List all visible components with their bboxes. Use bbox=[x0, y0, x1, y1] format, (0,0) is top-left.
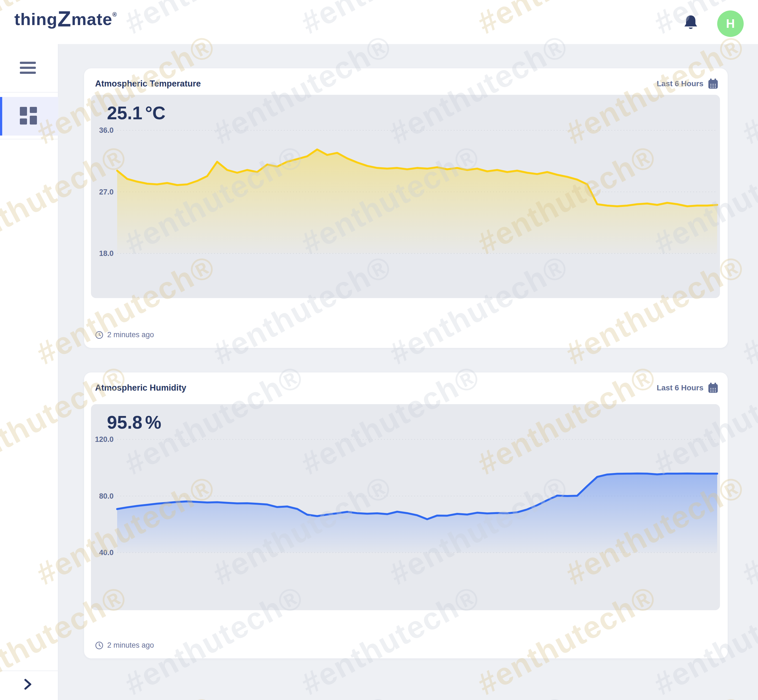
time-range-picker[interactable]: Last 6 Hours bbox=[656, 382, 718, 394]
temperature-card: Atmospheric Temperature Last 6 Hours 25.… bbox=[84, 68, 728, 348]
chart-panel: 95.8% 120.080.040.0 bbox=[91, 404, 720, 610]
humidity-line-chart[interactable]: 120.080.040.0 bbox=[91, 404, 720, 610]
watermark-text: #enthutech® bbox=[560, 689, 750, 700]
time-range-label: Last 6 Hours bbox=[656, 79, 703, 88]
app-header: thingZmate® H bbox=[0, 0, 758, 44]
card-title: Atmospheric Humidity bbox=[95, 383, 186, 393]
watermark-text: #enthutech® bbox=[207, 689, 397, 700]
notifications-button[interactable] bbox=[683, 14, 698, 31]
calendar-icon[interactable] bbox=[708, 78, 718, 89]
last-updated: 2 minutes ago bbox=[95, 641, 154, 650]
logo-text-left: thing bbox=[14, 9, 58, 29]
clock-icon bbox=[95, 331, 103, 339]
sidebar-divider bbox=[0, 670, 58, 671]
sidebar bbox=[0, 44, 58, 700]
chart-panel: 25.1°C 36.027.018.0 bbox=[91, 95, 720, 298]
logo-registered-mark: ® bbox=[112, 11, 117, 18]
watermark-text: #enthutech® bbox=[384, 689, 573, 700]
card-title: Atmospheric Temperature bbox=[95, 79, 201, 89]
logo-text-z: Z bbox=[58, 9, 71, 28]
sidebar-divider bbox=[0, 92, 58, 92]
y-axis-tick-label: 18.0 bbox=[99, 249, 114, 258]
sidebar-expand-button[interactable] bbox=[22, 678, 35, 691]
value-unit: % bbox=[145, 412, 161, 433]
y-axis-tick-label: 36.0 bbox=[99, 126, 114, 134]
y-axis-tick-label: 80.0 bbox=[99, 492, 114, 500]
current-value: 25.1°C bbox=[107, 103, 166, 123]
last-updated-text: 2 minutes ago bbox=[107, 331, 154, 339]
watermark-text: #enthutech® bbox=[31, 689, 221, 700]
calendar-icon[interactable] bbox=[708, 382, 718, 394]
menu-toggle-button[interactable] bbox=[20, 62, 36, 77]
humidity-card: Atmospheric Humidity Last 6 Hours 95.8% … bbox=[84, 372, 728, 658]
time-range-label: Last 6 Hours bbox=[656, 383, 703, 392]
last-updated-text: 2 minutes ago bbox=[107, 641, 154, 650]
watermark-text: #enthutech® bbox=[736, 248, 758, 372]
avatar-initial: H bbox=[726, 17, 735, 31]
time-range-picker[interactable]: Last 6 Hours bbox=[656, 78, 718, 89]
bell-icon bbox=[683, 14, 698, 31]
y-axis-tick-label: 120.0 bbox=[95, 435, 114, 444]
card-header: Atmospheric Temperature Last 6 Hours bbox=[95, 78, 718, 89]
value-number: 95.8 bbox=[107, 412, 142, 433]
logo-text-right: mate bbox=[71, 9, 113, 29]
chevron-right-icon bbox=[22, 678, 34, 691]
active-indicator bbox=[0, 97, 2, 136]
temperature-line-chart[interactable]: 36.027.018.0 bbox=[91, 95, 720, 298]
sidebar-divider bbox=[0, 139, 58, 139]
dashboard-icon bbox=[20, 107, 37, 125]
y-axis-tick-label: 27.0 bbox=[99, 188, 114, 196]
user-avatar[interactable]: H bbox=[717, 11, 744, 37]
value-unit: °C bbox=[145, 103, 165, 123]
area-fill bbox=[117, 150, 717, 254]
y-axis-tick-label: 40.0 bbox=[99, 548, 114, 557]
clock-icon bbox=[95, 641, 103, 650]
sidebar-item-dashboard[interactable] bbox=[0, 97, 58, 136]
current-value: 95.8% bbox=[107, 412, 161, 433]
watermark-text: #enthutech® bbox=[736, 28, 758, 151]
app-logo: thingZmate® bbox=[14, 9, 117, 29]
watermark-text: #enthutech® bbox=[736, 468, 758, 592]
card-header: Atmospheric Humidity Last 6 Hours bbox=[95, 382, 718, 394]
watermark-text: #enthutech® bbox=[736, 689, 758, 700]
value-number: 25.1 bbox=[107, 103, 142, 123]
hamburger-icon bbox=[20, 62, 36, 64]
area-fill bbox=[117, 473, 717, 553]
last-updated: 2 minutes ago bbox=[95, 331, 154, 339]
